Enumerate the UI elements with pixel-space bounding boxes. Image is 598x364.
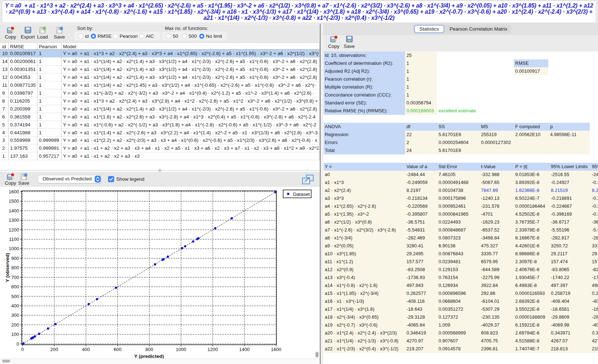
svg-text:400: 400: [11, 303, 19, 309]
svg-text:1400: 1400: [239, 347, 249, 352]
svg-text:0: 0: [17, 341, 19, 347]
svg-text:200: 200: [50, 347, 58, 352]
svg-text:500: 500: [11, 294, 19, 299]
svg-text:Y (predicted): Y (predicted): [134, 354, 164, 359]
svg-text:700: 700: [11, 275, 19, 280]
svg-text:1600: 1600: [9, 189, 19, 194]
svg-text:1200: 1200: [9, 227, 19, 233]
svg-text:800: 800: [11, 265, 19, 270]
svg-text:0: 0: [21, 347, 24, 352]
svg-text:800: 800: [145, 347, 153, 352]
svg-text:1100: 1100: [9, 237, 19, 242]
svg-text:1000: 1000: [176, 347, 186, 352]
svg-text:400: 400: [82, 347, 90, 352]
svg-text:1000: 1000: [9, 246, 19, 251]
svg-text:100: 100: [11, 332, 19, 337]
svg-text:1500: 1500: [9, 198, 19, 204]
svg-text:300: 300: [11, 313, 19, 318]
svg-text:1600: 1600: [271, 347, 281, 352]
svg-text:Y (observed): Y (observed): [5, 253, 10, 282]
svg-text:1200: 1200: [207, 347, 218, 352]
svg-text:600: 600: [114, 347, 122, 352]
svg-text:1300: 1300: [9, 217, 19, 223]
svg-text:1400: 1400: [9, 208, 19, 214]
svg-text:900: 900: [11, 256, 19, 261]
svg-text:Dataset: Dataset: [293, 192, 310, 197]
svg-text:200: 200: [11, 322, 19, 328]
svg-text:600: 600: [11, 284, 19, 289]
